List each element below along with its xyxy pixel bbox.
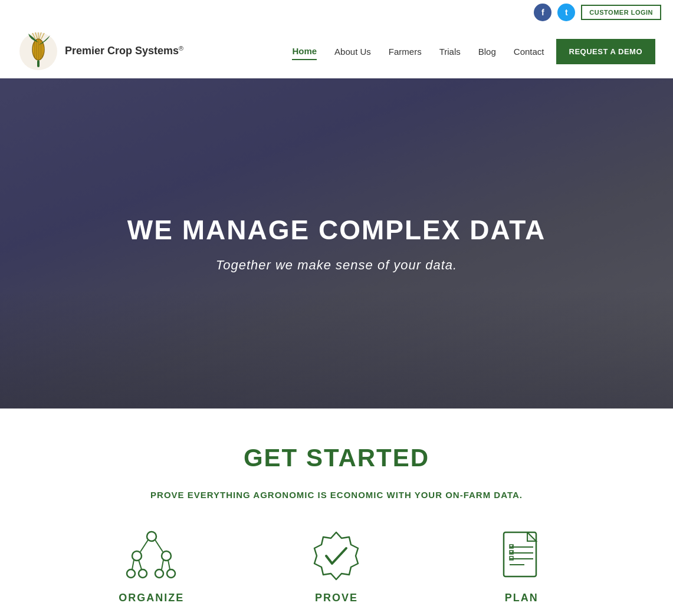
prove-icon — [310, 529, 363, 582]
nav-item-blog[interactable]: Blog — [478, 44, 496, 60]
svg-line-16 — [155, 540, 163, 552]
main-nav: Home About Us Farmers Trials Blog Contac… — [292, 43, 544, 60]
svg-point-12 — [139, 569, 147, 578]
hero-content: WE MANAGE COMPLEX DATA Together we make … — [127, 214, 546, 273]
logo-area: Premier Crop Systems® — [18, 31, 183, 72]
svg-point-14 — [167, 569, 175, 578]
get-started-section: GET STARTED PROVE EVERYTHING AGRONOMIC I… — [0, 409, 673, 616]
svg-line-15 — [140, 540, 148, 552]
feature-organize: ORGANIZE — [93, 529, 211, 604]
top-bar: f t CUSTOMER LOGIN — [0, 0, 673, 25]
organize-icon — [125, 529, 178, 582]
feature-plan: PLAN — [462, 529, 580, 604]
organize-label: ORGANIZE — [119, 592, 184, 604]
svg-line-20 — [168, 560, 170, 569]
svg-point-9 — [132, 551, 142, 561]
hero-section: WE MANAGE COMPLEX DATA Together we make … — [0, 78, 673, 409]
get-started-subtitle: PROVE EVERYTHING AGRONOMIC IS ECONOMIC W… — [24, 490, 649, 500]
plan-label: PLAN — [505, 592, 539, 604]
feature-prove: PROVE — [277, 529, 395, 604]
plan-icon — [495, 529, 548, 582]
logo-text: Premier Crop Systems® — [65, 45, 183, 57]
nav-item-about[interactable]: About Us — [334, 44, 371, 60]
customer-login-button[interactable]: CUSTOMER LOGIN — [581, 5, 661, 20]
twitter-icon[interactable]: t — [557, 4, 575, 21]
prove-label: PROVE — [315, 592, 358, 604]
logo-icon — [18, 31, 59, 72]
svg-rect-7 — [37, 60, 40, 67]
svg-point-10 — [162, 551, 171, 561]
svg-marker-21 — [314, 532, 358, 579]
request-demo-button[interactable]: REQUEST A DEMO — [556, 39, 656, 64]
nav-item-contact[interactable]: Contact — [514, 44, 544, 60]
svg-point-8 — [147, 532, 156, 541]
svg-line-19 — [162, 560, 163, 569]
nav-item-farmers[interactable]: Farmers — [389, 44, 422, 60]
features-row: ORGANIZE PROVE — [24, 529, 649, 604]
hero-subtitle: Together we make sense of your data. — [127, 258, 546, 273]
svg-line-18 — [139, 560, 142, 569]
svg-line-17 — [132, 560, 134, 569]
nav-item-home[interactable]: Home — [292, 43, 317, 60]
hero-title: WE MANAGE COMPLEX DATA — [127, 214, 546, 246]
facebook-icon[interactable]: f — [534, 4, 551, 21]
nav-item-trials[interactable]: Trials — [439, 44, 461, 60]
svg-point-11 — [127, 569, 135, 578]
header: Premier Crop Systems® Home About Us Farm… — [0, 25, 673, 78]
get-started-title: GET STARTED — [24, 444, 649, 472]
svg-point-13 — [155, 569, 163, 578]
